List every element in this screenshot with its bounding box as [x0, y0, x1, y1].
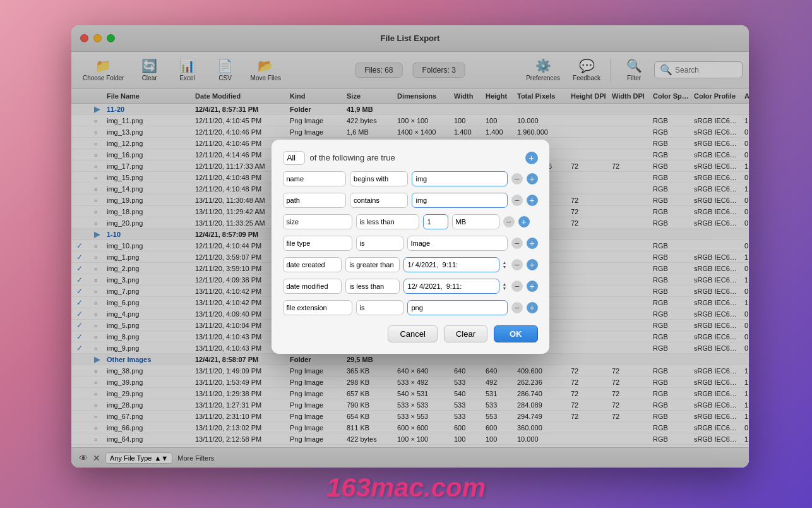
- add-filter-6[interactable]: +: [527, 281, 538, 292]
- remove-filter-2[interactable]: −: [511, 195, 523, 206]
- add-filter-7[interactable]: +: [527, 302, 538, 313]
- remove-filter-3[interactable]: −: [503, 216, 515, 227]
- stepper-up-6[interactable]: ▲: [502, 282, 508, 286]
- filter-field-1[interactable]: name path size file type date created da…: [283, 171, 347, 186]
- date-stepper-6[interactable]: ▲ ▼: [502, 282, 508, 291]
- cancel-button[interactable]: Cancel: [388, 325, 437, 342]
- filter-row-4: file type name is is not Image Video Aud…: [283, 236, 538, 251]
- following-label: of the following are true: [310, 153, 395, 162]
- add-filter-3[interactable]: +: [518, 216, 530, 227]
- remove-filter-5[interactable]: −: [511, 259, 523, 270]
- filter-cond-2[interactable]: contains begins with: [350, 193, 407, 208]
- stepper-up-5[interactable]: ▲: [502, 260, 508, 265]
- all-any-select[interactable]: All Any: [283, 151, 305, 165]
- add-filter-1[interactable]: +: [527, 173, 538, 184]
- filter-value-1[interactable]: [412, 171, 508, 186]
- filter-value-6[interactable]: [403, 279, 499, 294]
- filter-cond-6[interactable]: is less than is greater than is: [345, 279, 399, 294]
- filter-field-7[interactable]: file extension name: [283, 300, 352, 315]
- add-filter-button[interactable]: +: [525, 152, 538, 164]
- clear-button[interactable]: Clear: [444, 325, 487, 342]
- dialog-top-row: All Any of the following are true +: [283, 151, 538, 165]
- main-window: File List Export 📁 Choose Folder 🔄 Clear…: [71, 25, 749, 468]
- filter-field-4[interactable]: file type name: [283, 236, 352, 251]
- filter-row-6: date modified date created is less than …: [283, 279, 538, 294]
- filter-dialog: All Any of the following are true + name…: [272, 140, 549, 354]
- filter-cond-4[interactable]: is is not: [356, 236, 403, 251]
- filter-value-7[interactable]: [407, 300, 508, 315]
- add-filter-2[interactable]: +: [527, 195, 538, 206]
- filter-cond-5[interactable]: is greater than is less than is: [345, 257, 399, 272]
- remove-filter-1[interactable]: −: [511, 173, 523, 184]
- filter-cond-1[interactable]: begins with contains is: [350, 171, 407, 186]
- filter-value-5[interactable]: [403, 257, 499, 272]
- stepper-down-5[interactable]: ▼: [502, 265, 508, 269]
- date-stepper-5[interactable]: ▲ ▼: [502, 260, 508, 269]
- filter-value-4[interactable]: Image Video Audio Document: [407, 236, 508, 251]
- filter-row-5: date created date modified is greater th…: [283, 257, 538, 272]
- dialog-buttons: Cancel Clear OK: [283, 325, 538, 342]
- filter-cond-7[interactable]: is is not: [356, 300, 403, 315]
- add-filter-4[interactable]: +: [527, 238, 538, 249]
- filter-value-3[interactable]: [423, 214, 448, 229]
- filter-row-3: size name is less than is greater than i…: [283, 214, 538, 229]
- filter-row-7: file extension name is is not − +: [283, 300, 538, 315]
- stepper-down-6[interactable]: ▼: [502, 286, 508, 291]
- filter-row-2: path name contains begins with − +: [283, 193, 538, 208]
- remove-filter-6[interactable]: −: [511, 281, 523, 292]
- filter-field-3[interactable]: size name: [283, 214, 352, 229]
- ok-button[interactable]: OK: [494, 325, 538, 342]
- watermark: 163mac.com: [326, 473, 486, 503]
- filter-value-2[interactable]: [412, 193, 508, 208]
- filter-field-5[interactable]: date created date modified: [283, 257, 342, 272]
- filter-field-6[interactable]: date modified date created: [283, 279, 342, 294]
- filter-cond-3[interactable]: is less than is greater than is: [356, 214, 419, 229]
- remove-filter-7[interactable]: −: [511, 302, 523, 313]
- add-filter-5[interactable]: +: [527, 259, 538, 270]
- remove-filter-4[interactable]: −: [511, 238, 523, 249]
- dialog-overlay: All Any of the following are true + name…: [71, 25, 749, 468]
- filter-field-2[interactable]: path name: [283, 193, 347, 208]
- filter-row-1: name path size file type date created da…: [283, 171, 538, 186]
- filter-unit-3[interactable]: MB KB bytes GB: [452, 214, 499, 229]
